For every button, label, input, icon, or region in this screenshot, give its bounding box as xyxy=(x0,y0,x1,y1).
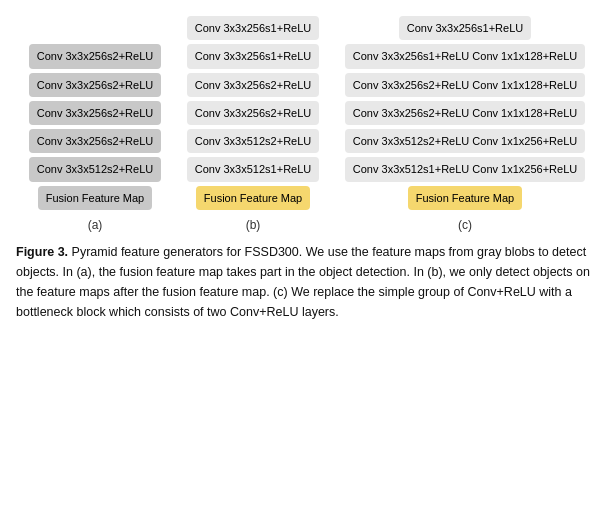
block-a: Fusion Feature Map xyxy=(38,186,152,210)
block-b: Conv 3x3x256s1+ReLU xyxy=(187,44,320,68)
caption: Figure 3. Pyramid feature generators for… xyxy=(16,242,598,322)
block-c: Conv 3x3x256s2+ReLU Conv 1x1x128+ReLU xyxy=(345,101,585,125)
block-c: Conv 3x3x256s1+ReLU xyxy=(399,16,532,40)
block-c: Conv 3x3x256s2+ReLU Conv 1x1x128+ReLU xyxy=(345,73,585,97)
block-a: Conv 3x3x256s2+ReLU xyxy=(29,101,162,125)
block-c: Conv 3x3x512s1+ReLU Conv 1x1x256+ReLU xyxy=(345,157,585,181)
figure-number: Figure 3. xyxy=(16,245,68,259)
block-b: Fusion Feature Map xyxy=(196,186,310,210)
column-b: Conv 3x3x256s1+ReLUConv 3x3x256s1+ReLUCo… xyxy=(187,16,320,232)
column-label-a: (a) xyxy=(88,218,103,232)
block-b: Conv 3x3x512s2+ReLU xyxy=(187,129,320,153)
block-a: Conv 3x3x256s2+ReLU xyxy=(29,129,162,153)
column-label-b: (b) xyxy=(246,218,261,232)
block-b: Conv 3x3x256s2+ReLU xyxy=(187,101,320,125)
column-label-c: (c) xyxy=(458,218,472,232)
caption-text: Pyramid feature generators for FSSD300. … xyxy=(16,245,590,319)
block-c: Fusion Feature Map xyxy=(408,186,522,210)
block-c: Conv 3x3x512s2+ReLU Conv 1x1x256+ReLU xyxy=(345,129,585,153)
block-b: Conv 3x3x256s2+ReLU xyxy=(187,73,320,97)
diagram-area: Conv 3x3x256s2+ReLUConv 3x3x256s2+ReLUCo… xyxy=(16,16,598,232)
block-a: Conv 3x3x512s2+ReLU xyxy=(29,157,162,181)
block-b: Conv 3x3x512s1+ReLU xyxy=(187,157,320,181)
block-a: Conv 3x3x256s2+ReLU xyxy=(29,44,162,68)
block-c: Conv 3x3x256s1+ReLU Conv 1x1x128+ReLU xyxy=(345,44,585,68)
block-b: Conv 3x3x256s1+ReLU xyxy=(187,16,320,40)
column-c: Conv 3x3x256s1+ReLUConv 3x3x256s1+ReLU C… xyxy=(345,16,585,232)
block-a: Conv 3x3x256s2+ReLU xyxy=(29,73,162,97)
column-a: Conv 3x3x256s2+ReLUConv 3x3x256s2+ReLUCo… xyxy=(29,44,162,232)
